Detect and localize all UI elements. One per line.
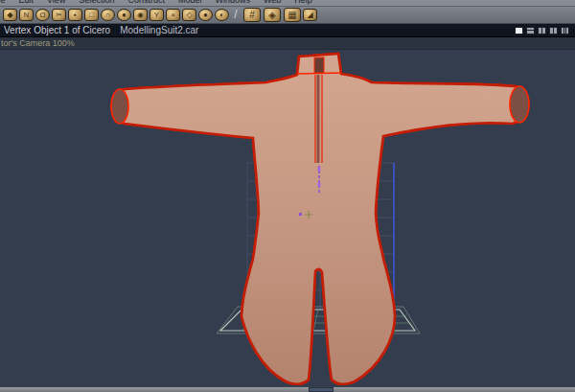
pouch-tool-icon[interactable]: ● [198,9,213,21]
layout-four-pane-button[interactable] [538,27,546,35]
toolbar-separator-icon: / [231,9,241,21]
polyline-tool-icon[interactable]: N [19,9,34,21]
camera-bar: tor's Camera 100% [0,37,575,50]
layout-two-pane-button[interactable] [526,27,535,35]
camera-selector-label[interactable]: tor's Camera 100% [1,38,75,49]
viewport-layout-buttons [515,27,571,35]
dome-tool-icon[interactable]: ∩ [101,9,115,21]
blob-tool-icon[interactable]: ◐ [215,9,229,21]
magnet-tool-icon[interactable]: Ω [35,9,50,21]
cube-primitive-tool-icon[interactable]: ◇ [182,9,196,21]
layout-four-pane-wide-button[interactable] [561,27,569,35]
menu-edit[interactable]: Edit [12,0,41,6]
menu-selection[interactable]: Selection [72,0,121,6]
menu-view[interactable]: View [40,0,72,6]
menu-construct[interactable]: Construct [121,0,172,6]
crumple-deform-tool-icon[interactable]: # [243,8,261,22]
sphere-tool-icon[interactable]: ● [117,9,131,21]
tool-bar: ◆ N Ω ✂ ▪ □ ∩ ● ◉ Y × ◇ ● ◐ / # ◈ ▦ ◢ [0,7,575,24]
glove-tool-icon[interactable]: ◉ [133,9,148,21]
viewport-canvas[interactable] [0,50,575,386]
marquee-tool-icon[interactable]: □ [84,9,99,21]
document-title-bar: Vertex Object 1 of Cicero ModellingSuit2… [0,24,575,37]
object-title: Vertex Object 1 of Cicero [4,25,110,36]
wedge-tool-icon[interactable]: ◢ [303,9,317,21]
delete-face-tool-icon[interactable]: × [166,9,180,21]
right-cuff-opening [510,86,529,123]
menu-help[interactable]: Help [288,0,319,6]
point-tool-icon[interactable]: ▪ [68,9,82,21]
menu-windows[interactable]: Windows [208,0,257,6]
vertex-cube-tool-icon[interactable]: ◆ [3,9,17,21]
menu-model[interactable]: Model [172,0,209,6]
layout-single-pane-button[interactable] [515,27,523,35]
layout-four-pane-alt-button[interactable] [549,27,558,35]
menu-web[interactable]: Web [257,0,288,6]
left-cuff-opening [111,89,128,124]
cage-grid-tool-icon[interactable]: ▦ [284,8,301,22]
deform-cube-tool-icon[interactable]: ◈ [264,8,281,22]
goblet-lathe-tool-icon[interactable]: Y [150,9,164,21]
scissors-tool-icon[interactable]: ✂ [52,9,66,21]
viewport [0,50,575,386]
bottom-splitter-handle[interactable] [309,387,334,392]
application-window: File Edit View Selection Construct Model… [0,0,575,392]
menu-file[interactable]: File [0,0,12,6]
menu-bar: File Edit View Selection Construct Model… [0,0,575,7]
document-name: ModellingSuit2.car [120,25,198,36]
bottom-scroll-strip[interactable] [0,386,575,392]
